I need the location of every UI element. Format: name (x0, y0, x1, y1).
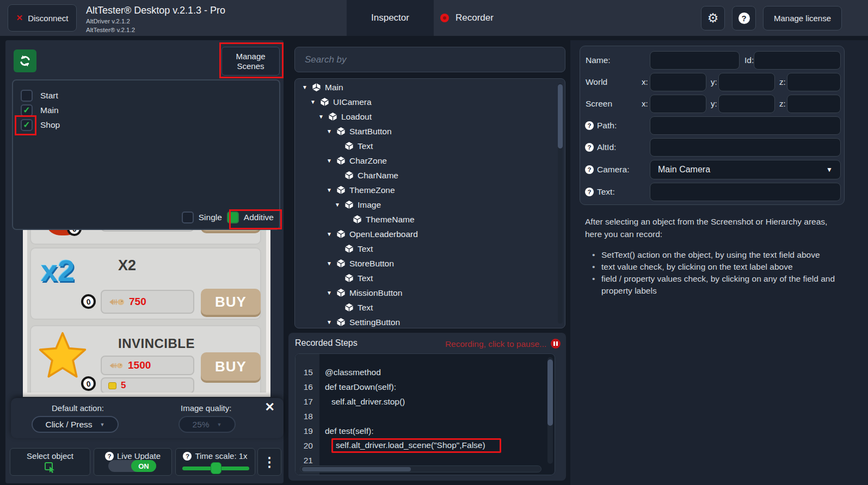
disconnect-button[interactable]: ✕ Disconnect (8, 4, 77, 32)
tree-node-settingbutton[interactable]: ▼ SettingButton (295, 315, 565, 328)
expand-arrow-icon[interactable]: ▼ (301, 84, 308, 90)
tree-node-themename[interactable]: ThemeName (295, 212, 565, 227)
world-z-field[interactable] (787, 73, 841, 91)
code-line[interactable]: 16def tearDown(self): (296, 380, 555, 394)
recording-status[interactable]: Recording, click to pause... (445, 339, 546, 349)
id-field[interactable] (754, 51, 841, 70)
tree-node-main[interactable]: ▼ Main (295, 80, 565, 95)
slider-thumb[interactable] (211, 462, 221, 474)
tree-node-label[interactable]: Text (358, 303, 373, 313)
path-label[interactable]: Path: (597, 121, 617, 130)
buy-button[interactable]: BUY (201, 289, 261, 315)
expand-arrow-icon[interactable]: ▼ (326, 158, 333, 164)
tree-node-label[interactable]: Text (358, 244, 373, 254)
tree-node-label[interactable]: SettingButton (349, 318, 400, 327)
scene-checkbox[interactable]: ✓ (21, 104, 33, 116)
help-icon[interactable]: ? (585, 121, 594, 130)
scene-checkbox[interactable] (21, 90, 33, 102)
code-line[interactable]: 20self.alt_driver.load_scene("Shop",Fals… (296, 438, 555, 453)
image-quality-select[interactable]: 25% ▼ (178, 416, 236, 433)
tree-node-label[interactable]: ThemeZone (349, 185, 395, 195)
expand-arrow-icon[interactable]: ▼ (326, 319, 333, 325)
code-line[interactable]: 19def test(self): (296, 424, 555, 438)
text-label[interactable]: Text: (597, 187, 615, 197)
tree-node-storebutton[interactable]: ▼ StoreButton (295, 256, 565, 271)
tree-node-label[interactable]: Image (358, 200, 381, 210)
settings-button[interactable]: ⚙ (701, 6, 725, 30)
tree-node-text[interactable]: Text (295, 241, 565, 256)
additive-checkbox[interactable] (227, 212, 239, 223)
code-hscrollbar[interactable] (300, 465, 541, 472)
scrollbar-thumb[interactable] (302, 467, 411, 471)
buy-button[interactable]: BUY (201, 352, 261, 381)
tab-inspector[interactable]: Inspector (347, 0, 434, 36)
refresh-scenes-button[interactable] (14, 49, 36, 72)
expand-arrow-icon[interactable]: ▼ (334, 202, 341, 208)
close-icon[interactable]: ✕ (265, 400, 275, 414)
tree-node-startbutton[interactable]: ▼ StartButton (295, 124, 565, 139)
screen-y-field[interactable] (718, 95, 775, 113)
scene-row[interactable]: ✓Shop (13, 117, 279, 132)
name-field[interactable] (650, 51, 740, 70)
tree-node-text[interactable]: Text (295, 139, 565, 153)
altid-field[interactable] (650, 138, 841, 157)
expand-arrow-icon[interactable]: ▼ (318, 114, 324, 120)
more-options-button[interactable]: ⋮ (257, 448, 281, 476)
help-button[interactable]: ? (732, 6, 756, 30)
default-action-select[interactable]: Click / Press ▼ (32, 416, 119, 433)
tree-node-themezone[interactable]: ▼ ThemeZone (295, 183, 565, 197)
manage-scenes-button[interactable]: Manage Scenes (221, 47, 280, 76)
select-object-button[interactable]: Select object (10, 448, 90, 476)
expand-arrow-icon[interactable]: ▼ (326, 187, 333, 193)
tree-node-text[interactable]: Text (295, 271, 565, 285)
time-scale-slider[interactable] (182, 467, 249, 470)
tree-node-loadout[interactable]: ▼ Loadout (295, 109, 565, 124)
game-screenshot[interactable]: 0 x2 0 X2 750 BUY (23, 215, 270, 397)
scene-checkbox[interactable]: ✓ (21, 119, 33, 131)
altid-label[interactable]: AltId: (597, 142, 616, 152)
camera-select[interactable]: Main Camera ▼ (650, 160, 841, 179)
tree-node-uicamera[interactable]: ▼ UICamera (295, 95, 565, 109)
code-line[interactable]: 15@classmethod (296, 365, 555, 380)
screen-z-field[interactable] (787, 95, 841, 113)
tree-node-label[interactable]: StartButton (349, 127, 392, 136)
path-field[interactable] (650, 116, 841, 135)
tree-node-label[interactable]: CharName (358, 171, 398, 181)
code-line[interactable]: 18 (296, 409, 555, 424)
tree-node-label[interactable]: UICamera (333, 97, 372, 107)
tree-node-missionbutton[interactable]: ▼ MissionButton (295, 285, 565, 300)
live-update-toggle[interactable]: ON (108, 460, 156, 472)
help-icon[interactable]: ? (585, 165, 594, 174)
scrollbar-thumb[interactable] (558, 84, 563, 148)
code-editor[interactable]: 15@classmethod16def tearDown(self):17sel… (295, 353, 555, 475)
code-vscrollbar[interactable] (547, 357, 553, 464)
expand-arrow-icon[interactable]: ▼ (326, 128, 333, 134)
expand-arrow-icon[interactable]: ▼ (326, 231, 333, 237)
tree-node-text[interactable]: Text (295, 300, 565, 315)
expand-arrow-icon[interactable]: ▼ (326, 260, 333, 266)
text-field[interactable] (650, 183, 841, 201)
manage-license-button[interactable]: Manage license (763, 6, 842, 30)
tree-node-charzone[interactable]: ▼ CharZone (295, 153, 565, 168)
scene-row[interactable]: Start (13, 88, 279, 103)
tree-node-label[interactable]: Main (325, 83, 343, 92)
tree-node-openleaderboard[interactable]: ▼ OpenLeaderboard (295, 227, 565, 241)
tree-node-label[interactable]: Text (358, 273, 373, 283)
world-y-field[interactable] (718, 73, 775, 91)
scene-row[interactable]: ✓Main (13, 103, 279, 117)
tree-node-label[interactable]: CharZone (349, 156, 387, 166)
help-icon[interactable]: ? (585, 143, 594, 152)
tree-node-label[interactable]: Text (358, 141, 373, 151)
tree-node-charname[interactable]: CharName (295, 168, 565, 183)
tree-node-label[interactable]: ThemeName (366, 215, 415, 225)
camera-label[interactable]: Camera: (597, 165, 629, 175)
screen-x-field[interactable] (650, 95, 706, 113)
scrollbar-thumb[interactable] (547, 359, 553, 426)
tree-node-label[interactable]: MissionButton (349, 288, 402, 298)
search-input[interactable] (295, 47, 565, 72)
expand-arrow-icon[interactable]: ▼ (310, 99, 316, 105)
help-icon[interactable]: ? (585, 188, 594, 196)
single-checkbox[interactable] (182, 212, 194, 223)
pause-icon[interactable] (551, 339, 561, 349)
tree-node-label[interactable]: OpenLeaderboard (349, 229, 418, 239)
